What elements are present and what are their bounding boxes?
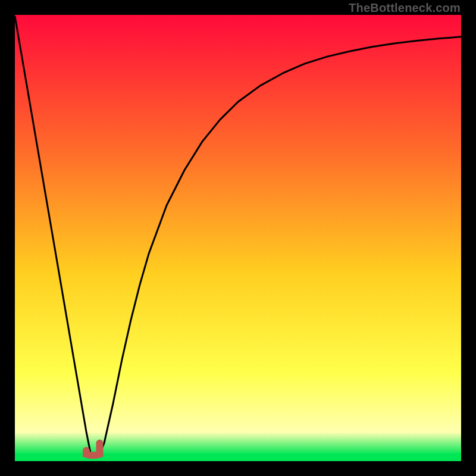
plot-svg	[15, 15, 461, 461]
watermark-text: TheBottleneck.com	[349, 1, 461, 15]
outer-frame: TheBottleneck.com	[0, 0, 476, 476]
plot-area	[15, 15, 461, 461]
gradient-background	[15, 15, 461, 461]
